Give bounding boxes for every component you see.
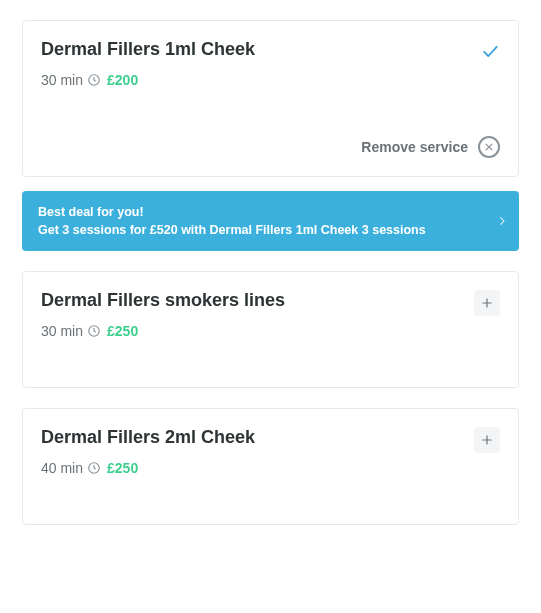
- check-icon: [480, 41, 500, 61]
- close-icon: [478, 136, 500, 158]
- add-service-button[interactable]: [474, 427, 500, 453]
- service-card-header: Dermal Fillers smokers lines 30 min £250: [41, 290, 500, 339]
- service-price: £200: [107, 72, 138, 88]
- service-card-header: Dermal Fillers 2ml Cheek 40 min £250: [41, 427, 500, 476]
- service-meta: 30 min £200: [41, 72, 255, 88]
- bundle-detail: Get 3 sessions for £520 with Dermal Fill…: [38, 221, 426, 239]
- add-service-button[interactable]: [474, 290, 500, 316]
- service-card: Dermal Fillers 1ml Cheek 30 min £200 Rem…: [22, 20, 519, 177]
- chevron-right-icon: [497, 213, 507, 229]
- service-meta: 30 min £250: [41, 323, 285, 339]
- bundle-headline: Best deal for you!: [38, 203, 426, 221]
- clock-icon: [87, 461, 101, 475]
- service-card-header: Dermal Fillers 1ml Cheek 30 min £200: [41, 39, 500, 88]
- service-title: Dermal Fillers 1ml Cheek: [41, 39, 255, 60]
- clock-icon: [87, 73, 101, 87]
- service-info: Dermal Fillers 1ml Cheek 30 min £200: [41, 39, 255, 88]
- service-price: £250: [107, 323, 138, 339]
- remove-service-label: Remove service: [361, 139, 468, 155]
- service-title: Dermal Fillers 2ml Cheek: [41, 427, 255, 448]
- plus-icon: [480, 296, 494, 310]
- bundle-text: Best deal for you! Get 3 sessions for £5…: [38, 203, 426, 239]
- service-duration: 30 min: [41, 323, 83, 339]
- bundle-banner[interactable]: Best deal for you! Get 3 sessions for £5…: [22, 191, 519, 251]
- service-info: Dermal Fillers 2ml Cheek 40 min £250: [41, 427, 255, 476]
- service-meta: 40 min £250: [41, 460, 255, 476]
- service-card: Dermal Fillers 2ml Cheek 40 min £250: [22, 408, 519, 525]
- service-duration: 30 min: [41, 72, 83, 88]
- service-card: Dermal Fillers smokers lines 30 min £250: [22, 271, 519, 388]
- plus-icon: [480, 433, 494, 447]
- service-info: Dermal Fillers smokers lines 30 min £250: [41, 290, 285, 339]
- service-title: Dermal Fillers smokers lines: [41, 290, 285, 311]
- remove-service-button[interactable]: Remove service: [41, 136, 500, 158]
- clock-icon: [87, 324, 101, 338]
- service-price: £250: [107, 460, 138, 476]
- service-duration: 40 min: [41, 460, 83, 476]
